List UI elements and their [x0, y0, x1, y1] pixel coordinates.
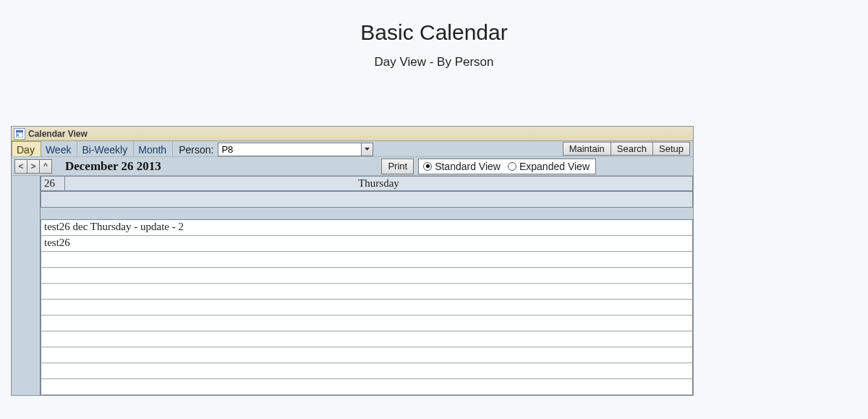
setup-button[interactable]: Setup	[652, 142, 690, 156]
standard-view-radio[interactable]: Standard View	[423, 161, 501, 172]
maintain-button[interactable]: Maintain	[563, 142, 611, 156]
date-nav: < > ^	[14, 159, 52, 174]
expanded-view-label: Expanded View	[519, 161, 590, 172]
page-header: Basic Calendar Day View - By Person	[0, 0, 868, 69]
chevron-down-icon	[365, 148, 370, 151]
svg-rect-3	[17, 135, 19, 136]
empty-slot[interactable]	[41, 331, 693, 347]
up-button[interactable]: ^	[39, 159, 52, 174]
day-name: Thursday	[65, 176, 693, 191]
current-date: December 26 2013	[65, 159, 161, 174]
window-titlebar: Calendar View	[12, 127, 693, 141]
tab-day[interactable]: Day	[12, 141, 41, 156]
empty-slot[interactable]	[41, 300, 693, 316]
svg-rect-1	[16, 132, 23, 137]
svg-rect-2	[17, 134, 19, 135]
radio-icon	[423, 162, 432, 171]
entries-gutter	[12, 208, 41, 395]
empty-slot[interactable]	[41, 363, 693, 379]
view-option-group: Standard View Expanded View	[418, 158, 596, 174]
nav-row: < > ^ December 26 2013 Print Standard Vi…	[12, 157, 693, 176]
prev-button[interactable]: <	[14, 159, 27, 174]
tab-month[interactable]: Month	[134, 141, 173, 156]
view-tabstrip: Day Week Bi-Weekly Month Person: Maintai…	[12, 141, 693, 157]
toolbar-right: Maintain Search Setup	[563, 141, 693, 156]
page-title: Basic Calendar	[0, 20, 868, 45]
svg-marker-4	[365, 148, 370, 151]
day-header-row: 26 Thursday	[12, 176, 693, 208]
calendar-entry[interactable]: test26	[41, 236, 693, 252]
all-day-row[interactable]	[41, 192, 693, 208]
empty-slot[interactable]	[41, 379, 693, 395]
tab-week[interactable]: Week	[41, 141, 78, 156]
next-button[interactable]: >	[27, 159, 40, 174]
person-dropdown-button[interactable]	[361, 143, 373, 156]
day-number: 26	[41, 176, 65, 191]
search-button[interactable]: Search	[610, 142, 653, 156]
empty-slot[interactable]	[41, 316, 693, 331]
day-header: 26 Thursday	[41, 176, 693, 192]
entries-list: test26 dec Thursday - update - 2test26	[41, 219, 693, 395]
empty-slot[interactable]	[41, 347, 693, 363]
calendar-entry[interactable]: test26 dec Thursday - update - 2	[41, 220, 693, 236]
window-title: Calendar View	[28, 129, 88, 139]
empty-slot[interactable]	[41, 284, 693, 300]
expanded-view-radio[interactable]: Expanded View	[508, 161, 590, 172]
svg-rect-0	[16, 130, 23, 132]
entries-area: test26 dec Thursday - update - 2test26	[12, 208, 693, 395]
time-gutter	[12, 176, 41, 208]
form-icon	[14, 128, 25, 140]
empty-slot[interactable]	[41, 268, 693, 284]
empty-slot[interactable]	[41, 252, 693, 268]
calendar-window: Calendar View Day Week Bi-Weekly Month P…	[11, 126, 694, 396]
standard-view-label: Standard View	[435, 161, 501, 172]
spacer-row	[41, 208, 693, 219]
person-label: Person:	[173, 141, 218, 156]
print-button[interactable]: Print	[381, 158, 414, 174]
tab-biweekly[interactable]: Bi-Weekly	[77, 141, 134, 156]
person-combo[interactable]	[218, 142, 373, 156]
page-subtitle: Day View - By Person	[0, 55, 868, 69]
radio-icon	[508, 162, 516, 171]
person-input[interactable]	[218, 143, 361, 156]
